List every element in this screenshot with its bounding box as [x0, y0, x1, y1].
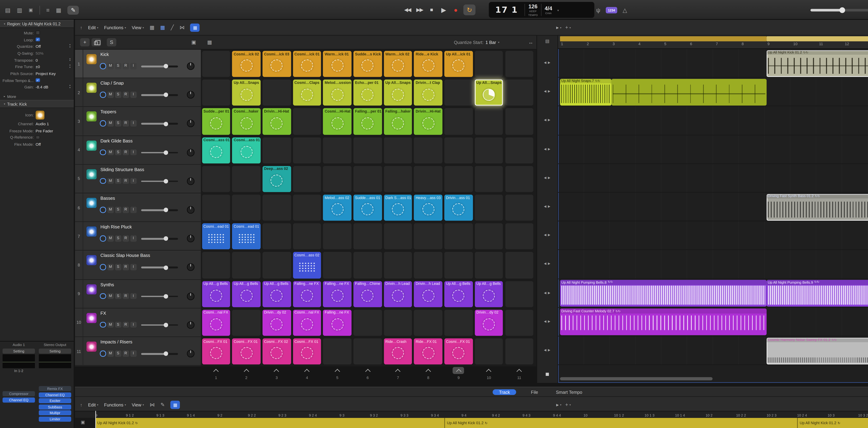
scene-column[interactable]: 9: [444, 366, 473, 380]
track-onoff-button[interactable]: [100, 92, 106, 98]
loop-cell[interactable]: Cosmi…Claps: [293, 80, 321, 106]
track-volume-slider[interactable]: [141, 123, 178, 124]
editor-region-icon[interactable]: ▣: [81, 420, 85, 425]
empty-cell[interactable]: [414, 223, 442, 250]
region[interactable]: Cosmic Harmony Noise Sweep FX 01.2↻↻: [767, 337, 868, 364]
menu-view[interactable]: View▾: [132, 25, 144, 30]
loop-cell[interactable]: Drivin…dy 02: [475, 310, 503, 336]
scene-column[interactable]: 5: [323, 366, 351, 380]
param-stepper[interactable]: ▴▾: [69, 85, 70, 89]
empty-cell[interactable]: [444, 166, 473, 192]
inspector-icon[interactable]: ▥: [17, 7, 22, 13]
volume-knob[interactable]: [164, 208, 168, 212]
empty-cell[interactable]: [414, 310, 442, 336]
loop-cell[interactable]: Dark S…ass 01: [384, 195, 412, 221]
empty-cell[interactable]: [505, 195, 533, 221]
editor-menu-edit[interactable]: Edit▾: [88, 403, 98, 407]
empty-cell[interactable]: [293, 223, 321, 250]
empty-cell[interactable]: [323, 252, 351, 278]
track-pan-knob[interactable]: [187, 263, 195, 271]
empty-cell[interactable]: [353, 252, 382, 278]
empty-cell[interactable]: [353, 310, 382, 336]
empty-cell[interactable]: [475, 51, 503, 77]
track-m-button[interactable]: M: [107, 63, 114, 69]
loop-cell[interactable]: Cosmi…ass 01: [232, 137, 260, 163]
loop-cell[interactable]: Drivin…h Lead: [414, 281, 442, 307]
track-onoff-button[interactable]: [100, 207, 106, 213]
track-header[interactable]: 8Classic Slap House BassMSRI: [75, 251, 201, 280]
catch-playhead-icon[interactable]: ↑: [80, 25, 82, 30]
duplicate-scene-button[interactable]: [92, 38, 101, 47]
track-i-button[interactable]: I: [130, 322, 136, 328]
track-header[interactable]: 10FXMSRI: [75, 308, 201, 337]
track-r-button[interactable]: R: [123, 350, 129, 356]
scene-trigger[interactable]: [362, 367, 373, 374]
scene-column[interactable]: 2: [232, 366, 260, 380]
param-value[interactable]: Pre Fader: [36, 129, 53, 133]
volume-knob[interactable]: [164, 64, 168, 68]
cell-display-icon[interactable]: ▣: [191, 39, 196, 45]
empty-cell[interactable]: [353, 137, 382, 163]
master-volume-slider[interactable]: [810, 9, 868, 11]
empty-cell[interactable]: [202, 51, 230, 77]
menu-functions[interactable]: Functions▾: [104, 25, 126, 30]
track-pan-knob[interactable]: [187, 350, 195, 358]
cycle-range-extension[interactable]: [767, 36, 868, 41]
loop-cell[interactable]: Cosmi…ick 01: [293, 51, 321, 77]
track-icon-preview[interactable]: [36, 111, 44, 119]
loop-cell[interactable]: Melod…ass 02: [323, 195, 351, 221]
scene-column[interactable]: 7: [384, 366, 412, 380]
track-s-button[interactable]: S: [115, 207, 121, 213]
param-value[interactable]: Project Key: [36, 71, 56, 76]
loop-cell[interactable]: Up All…g Bells: [202, 281, 230, 307]
tab-smart-tempo[interactable]: Smart Tempo: [553, 389, 586, 395]
scene-trigger[interactable]: [210, 367, 222, 374]
track-i-button[interactable]: I: [130, 63, 136, 69]
loop-cell[interactable]: Warm…ick 01: [323, 51, 351, 77]
empty-cell[interactable]: [475, 338, 503, 365]
grid-track-switch[interactable]: ◀ ▶: [537, 290, 557, 294]
empty-cell[interactable]: [414, 166, 442, 192]
empty-cell[interactable]: [475, 252, 503, 278]
track-m-button[interactable]: M: [107, 350, 114, 356]
track-inspector-header[interactable]: ▾Track: Kick: [0, 100, 74, 108]
loop-cell[interactable]: Up All…g Bells: [262, 281, 291, 307]
track-header[interactable]: 3ToppersMSRI: [75, 107, 201, 136]
track-onoff-button[interactable]: [100, 235, 106, 241]
region[interactable]: Up All Night Pumping Bells.9↻↻: [767, 280, 868, 307]
track-i-button[interactable]: I: [130, 149, 136, 155]
metronome-icon[interactable]: △: [623, 7, 627, 13]
loop-cell[interactable]: Cosmi…Hi-Hat: [323, 108, 351, 135]
track-s-button[interactable]: S: [115, 63, 121, 69]
scene-column[interactable]: 3: [262, 366, 291, 380]
scene-column[interactable]: 4: [293, 366, 321, 380]
editor-menu-functions[interactable]: Functions▾: [104, 403, 126, 407]
track-r-button[interactable]: R: [123, 120, 129, 126]
loop-cell[interactable]: Cosmi…FX 01: [202, 338, 230, 365]
param-value[interactable]: ±0: [36, 64, 40, 69]
track-m-button[interactable]: M: [107, 120, 114, 126]
loop-cell[interactable]: Up All…Snaps: [232, 80, 260, 106]
grid-track-switch[interactable]: ◀ ▶: [537, 319, 557, 323]
param-checkbox[interactable]: ✓: [36, 78, 40, 82]
track-volume-slider[interactable]: [141, 152, 178, 153]
loop-cell[interactable]: Ride…e Kick: [414, 51, 442, 77]
empty-cell[interactable]: [293, 166, 321, 192]
track-header[interactable]: 2Clap / SnapMSRI: [75, 78, 201, 107]
track-r-button[interactable]: R: [123, 207, 129, 213]
draw-tool-icon[interactable]: ╱: [171, 25, 174, 31]
track-m-button[interactable]: M: [107, 235, 114, 241]
loop-cell[interactable]: Up All…ick 01: [444, 51, 473, 77]
track-r-button[interactable]: R: [123, 293, 129, 299]
empty-cell[interactable]: [505, 223, 533, 250]
region[interactable]: Driving Fast Synth Bass 01.2↻↻: [767, 194, 868, 221]
empty-cell[interactable]: [444, 80, 473, 106]
scene-trigger[interactable]: [241, 367, 252, 374]
track-header[interactable]: 4Dark Glide BassMSRI: [75, 136, 201, 165]
empty-cell[interactable]: [505, 338, 533, 365]
loop-cell[interactable]: Up All…g Bells: [475, 281, 503, 307]
empty-cell[interactable]: [262, 252, 291, 278]
track-i-button[interactable]: I: [130, 350, 136, 356]
empty-cell[interactable]: [505, 80, 533, 106]
track-onoff-button[interactable]: [100, 350, 106, 356]
